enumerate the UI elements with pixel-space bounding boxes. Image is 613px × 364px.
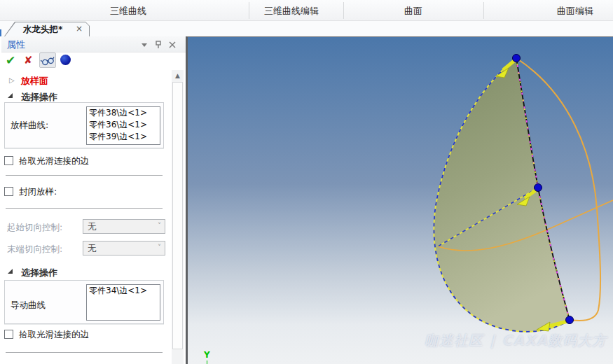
glasses-icon bbox=[40, 53, 55, 67]
document-tab-title: 水龙头把* bbox=[23, 24, 63, 36]
document-tab-close-icon[interactable]: × bbox=[76, 24, 83, 34]
closed-loft-checkbox[interactable] bbox=[4, 187, 13, 196]
sphere-display-button[interactable] bbox=[60, 55, 71, 65]
chevron-down-icon: ˅ bbox=[158, 222, 161, 230]
list-item[interactable]: 零件38\边<1> bbox=[87, 107, 160, 119]
list-item[interactable]: 零件34\边<1> bbox=[87, 285, 160, 297]
panel-scrollbar[interactable]: ▲ bbox=[172, 70, 184, 364]
end-tangent-dropdown[interactable]: 无 ˅ bbox=[83, 241, 165, 255]
panel-pin-icon[interactable] bbox=[153, 41, 163, 49]
expand-caret-icon[interactable] bbox=[8, 93, 13, 98]
start-tangent-value: 无 bbox=[88, 221, 97, 233]
guide-curve-label: 导动曲线 bbox=[11, 300, 46, 312]
closed-loft-label: 封闭放样: bbox=[19, 186, 57, 198]
start-tangent-dropdown[interactable]: 无 ˅ bbox=[83, 219, 165, 234]
scrollbar-up-arrow[interactable]: ▲ bbox=[172, 70, 184, 81]
chevron-down-icon: ˅ bbox=[158, 244, 161, 251]
ribbon-separator bbox=[483, 2, 484, 19]
start-tangent-label: 起始切向控制: bbox=[7, 222, 62, 234]
guide-curve-group: 导动曲线 零件34\边<1> bbox=[4, 280, 164, 324]
panel-menu-chevron-icon[interactable] bbox=[139, 41, 149, 49]
y-axis-label: Y bbox=[204, 350, 210, 360]
expand-caret-icon[interactable] bbox=[8, 269, 13, 274]
vertex-bottom[interactable] bbox=[566, 316, 574, 324]
end-tangent-label: 末端切向控制: bbox=[7, 244, 62, 255]
loft-surface-face[interactable] bbox=[434, 58, 570, 332]
loft-surface-model[interactable] bbox=[188, 37, 613, 364]
cancel-button[interactable]: ✘ bbox=[24, 54, 33, 66]
collapse-caret-icon[interactable]: ▷ bbox=[9, 76, 15, 84]
confirm-button[interactable]: ✔ bbox=[6, 53, 15, 67]
panel-close-icon[interactable] bbox=[167, 41, 177, 49]
ribbon-tab-3d-curves[interactable]: 三维曲线 bbox=[110, 5, 146, 18]
pick-smooth-edges-label-1: 拾取光滑连接的边 bbox=[19, 155, 89, 167]
divider bbox=[6, 208, 163, 209]
panel-title: 属性 bbox=[7, 38, 25, 51]
panel-toolbar: ✔ ✘ bbox=[1, 52, 186, 71]
properties-panel-header: 属性 bbox=[1, 36, 186, 52]
ribbon-tab-3d-curve-edit[interactable]: 三维曲线编辑 bbox=[264, 5, 319, 18]
watermark-text: 咖迷社区 | CAXA数码大方 bbox=[425, 332, 607, 350]
divider bbox=[6, 352, 163, 353]
list-item[interactable]: 零件36\边<1> bbox=[87, 119, 160, 131]
pick-smooth-edges-checkbox-1[interactable] bbox=[4, 156, 13, 165]
ribbon-tab-surface[interactable]: 曲面 bbox=[404, 5, 422, 18]
vertex-top[interactable] bbox=[513, 55, 521, 62]
ribbon-separator bbox=[343, 2, 344, 19]
pick-smooth-edges-checkbox-2[interactable] bbox=[4, 330, 13, 339]
guide-curve-listbox[interactable]: 零件34\边<1> bbox=[86, 284, 160, 321]
loft-curves-label: 放样曲线: bbox=[11, 120, 48, 132]
y-axis-line bbox=[207, 360, 207, 364]
3d-viewport[interactable]: 咖迷社区 | CAXA数码大方 Y bbox=[186, 36, 613, 364]
tree-item-loft-surface[interactable]: 放样面 bbox=[21, 75, 48, 88]
preview-glasses-button[interactable] bbox=[39, 52, 56, 68]
end-tangent-value: 无 bbox=[88, 243, 97, 255]
ribbon-separator bbox=[249, 2, 249, 19]
list-item[interactable]: 零件39\边<1> bbox=[87, 131, 160, 143]
main-area: 属性 ✔ ✘ bbox=[0, 36, 613, 364]
loft-curves-group: 放样曲线: 零件38\边<1> 零件36\边<1> 零件39\边<1> bbox=[4, 102, 164, 148]
tree-item-select-operation-2[interactable]: 选择操作 bbox=[21, 267, 57, 279]
ribbon-tab-surface-edit[interactable]: 曲面编辑 bbox=[557, 5, 593, 18]
loft-curves-listbox[interactable]: 零件38\边<1> 零件36\边<1> 零件39\边<1> bbox=[86, 106, 160, 145]
scrollbar-thumb[interactable] bbox=[172, 82, 183, 349]
application-window: 三维曲线 三维曲线编辑 曲面 曲面编辑 水龙头把* × 属性 bbox=[0, 0, 613, 364]
pick-smooth-edges-label-2: 拾取光滑连接的边 bbox=[19, 329, 89, 341]
vertex-middle[interactable] bbox=[535, 184, 542, 192]
properties-panel: 属性 ✔ ✘ bbox=[0, 36, 186, 364]
document-tab-bar: 水龙头把* × bbox=[0, 21, 613, 36]
divider bbox=[6, 175, 163, 176]
document-tab-faucet-handle[interactable]: 水龙头把* × bbox=[4, 22, 90, 36]
ribbon-tab-strip: 三维曲线 三维曲线编辑 曲面 曲面编辑 bbox=[0, 0, 613, 21]
